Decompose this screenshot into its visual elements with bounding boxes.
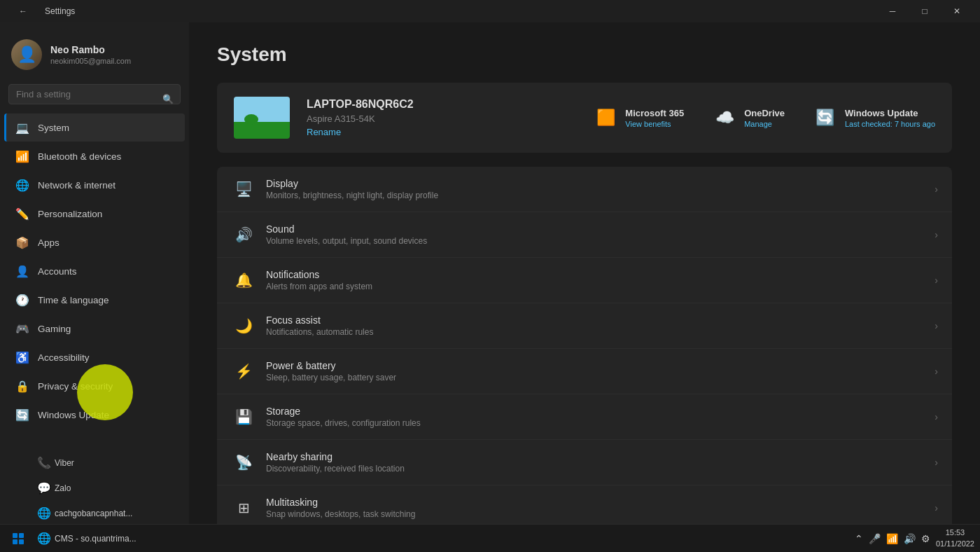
device-image	[234, 97, 290, 139]
sidebar-item-personalization[interactable]: ✏️ Personalization	[4, 200, 185, 228]
gaming-nav-icon: 🎮	[15, 322, 29, 336]
start-button[interactable]	[6, 526, 31, 551]
user-profile[interactable]: 👤 Neo Rambo neokim005@gmail.com	[0, 28, 189, 84]
apps-nav-icon: 📦	[15, 235, 29, 249]
accounts-nav-label: Accounts	[38, 266, 77, 277]
taskbar-time: 15:53	[936, 527, 974, 538]
storage-title: Storage	[266, 406, 934, 417]
settings-gear-icon[interactable]: ⚙	[920, 532, 932, 546]
microsoft365-sub[interactable]: View benefits	[625, 120, 684, 128]
sidebar-item-bluetooth[interactable]: 📶 Bluetooth & devices	[4, 142, 185, 170]
settings-item-sound[interactable]: 🔊 Sound Volume levels, output, input, so…	[217, 212, 952, 258]
windowsupdate-nav-label: Windows Update	[38, 410, 109, 420]
microsoft365-icon: 🟧	[593, 105, 618, 130]
network-icon[interactable]: 📶	[885, 532, 899, 546]
onedrive-icon: ☁️	[712, 105, 737, 130]
display-icon: 🖥️	[231, 177, 256, 202]
settings-item-focus[interactable]: 🌙 Focus assist Notifications, automatic …	[217, 303, 952, 349]
microsoft365-title: Microsoft 365	[625, 108, 684, 118]
avatar: 👤	[11, 39, 42, 70]
device-link-windowsupdate[interactable]: 🔄 Windows Update Last checked: 7 hours a…	[813, 105, 935, 130]
sidebar-item-accessibility[interactable]: ♿ Accessibility	[4, 343, 185, 371]
settings-item-nearby[interactable]: 📡 Nearby sharing Discoverability, receiv…	[217, 440, 952, 485]
sidebar-item-system[interactable]: 💻 System	[4, 113, 185, 142]
zalo-taskbar-label: Zalo	[55, 483, 71, 493]
windowsupdate-info: Windows Update Last checked: 7 hours ago	[845, 108, 935, 128]
chrome2-taskbar-label: CMS - so.quantrima...	[55, 534, 136, 544]
focus-content: Focus assist Notifications, automatic ru…	[266, 315, 934, 337]
bluetooth-nav-label: Bluetooth & devices	[38, 151, 121, 162]
nearby-desc: Discoverability, received files location	[266, 464, 934, 474]
notifications-icon: 🔔	[231, 268, 256, 293]
power-icon: ⚡	[231, 359, 256, 384]
minimize-button[interactable]: ─	[876, 0, 909, 22]
focus-title: Focus assist	[266, 315, 934, 326]
storage-icon: 💾	[231, 404, 256, 429]
sidebar: 👤 Neo Rambo neokim005@gmail.com 🔍 💻 Syst…	[0, 22, 189, 524]
taskbar-clock[interactable]: 15:53 01/11/2022	[936, 527, 974, 549]
storage-chevron-icon: ›	[934, 411, 938, 422]
multitasking-title: Multitasking	[266, 497, 934, 508]
user-name: Neo Rambo	[50, 44, 131, 55]
settings-item-notifications[interactable]: 🔔 Notifications Alerts from apps and sys…	[217, 258, 952, 303]
device-link-microsoft365[interactable]: 🟧 Microsoft 365 View benefits	[593, 105, 684, 130]
back-button[interactable]: ←	[7, 0, 39, 22]
taskbar-date: 01/11/2022	[936, 539, 974, 549]
chrome2-taskbar-icon: 🌐	[38, 532, 50, 545]
personalization-nav-icon: ✏️	[15, 207, 29, 221]
settings-item-multitasking[interactable]: ⊞ Multitasking Snap windows, desktops, t…	[217, 485, 952, 524]
display-chevron-icon: ›	[934, 184, 938, 195]
windowsupdate-sub[interactable]: Last checked: 7 hours ago	[845, 120, 935, 128]
taskbar-app-zalo[interactable]: 💬 Zalo	[32, 476, 142, 501]
taskbar-app-viber[interactable]: 📞 Viber	[32, 450, 142, 476]
apps-nav-label: Apps	[38, 237, 59, 248]
nearby-icon: 📡	[231, 450, 256, 475]
onedrive-title: OneDrive	[744, 108, 785, 118]
settings-item-storage[interactable]: 💾 Storage Storage space, drives, configu…	[217, 394, 952, 440]
bluetooth-nav-icon: 📶	[15, 149, 29, 163]
maximize-button[interactable]: □	[909, 0, 941, 22]
sidebar-item-time[interactable]: 🕐 Time & language	[4, 286, 185, 314]
close-button[interactable]: ✕	[941, 0, 973, 22]
onedrive-sub[interactable]: Manage	[744, 120, 785, 128]
personalization-nav-label: Personalization	[38, 209, 102, 219]
multitasking-desc: Snap windows, desktops, task switching	[266, 509, 934, 519]
sidebar-item-accounts[interactable]: 👤 Accounts	[4, 257, 185, 285]
device-rename-link[interactable]: Rename	[307, 127, 576, 137]
nearby-title: Nearby sharing	[266, 451, 934, 462]
privacy-nav-label: Privacy & security	[38, 381, 113, 392]
nav-list: 💻 System 📶 Bluetooth & devices 🌐 Network…	[0, 113, 189, 429]
sidebar-item-privacy[interactable]: 🔒 Privacy & security	[4, 372, 185, 400]
network-nav-label: Network & internet	[38, 180, 115, 191]
system-nav-label: System	[38, 123, 69, 133]
focus-desc: Notifications, automatic rules	[266, 327, 934, 337]
settings-item-power[interactable]: ⚡ Power & battery Sleep, battery usage, …	[217, 349, 952, 394]
title-bar: ← Settings ─ □ ✕	[0, 0, 980, 22]
volume-icon[interactable]: 🔊	[902, 532, 917, 546]
sidebar-item-gaming[interactable]: 🎮 Gaming	[4, 315, 185, 343]
display-title: Display	[266, 178, 934, 189]
taskbar-app-chrome2[interactable]: 🌐 CMS - so.quantrima...	[32, 526, 142, 551]
onedrive-info: OneDrive Manage	[744, 108, 785, 128]
app-body: 👤 Neo Rambo neokim005@gmail.com 🔍 💻 Syst…	[0, 22, 980, 524]
search-input[interactable]	[8, 84, 181, 104]
sidebar-item-apps[interactable]: 📦 Apps	[4, 228, 185, 256]
display-content: Display Monitors, brightness, night ligh…	[266, 178, 934, 200]
power-chevron-icon: ›	[934, 366, 938, 377]
multitasking-content: Multitasking Snap windows, desktops, tas…	[266, 497, 934, 519]
device-links: 🟧 Microsoft 365 View benefits ☁️ OneDriv…	[593, 105, 935, 130]
notifications-title: Notifications	[266, 269, 934, 280]
windowsupdate-nav-icon: 🔄	[15, 408, 29, 422]
tray-chevron-icon[interactable]: ⌃	[853, 532, 864, 546]
user-email: neokim005@gmail.com	[50, 57, 131, 65]
notifications-content: Notifications Alerts from apps and syste…	[266, 269, 934, 291]
taskbar-app-chrome1[interactable]: 🌐 cachgobancapnhat...	[32, 501, 142, 526]
zalo-taskbar-icon: 💬	[38, 482, 50, 495]
device-link-onedrive[interactable]: ☁️ OneDrive Manage	[712, 105, 785, 130]
taskbar-apps: 📞 Viber 💬 Zalo 🌐 cachgobancapnhat... 🌐 C…	[32, 450, 142, 553]
sidebar-item-windowsupdate[interactable]: 🔄 Windows Update	[4, 401, 185, 429]
gaming-nav-label: Gaming	[38, 324, 71, 334]
sidebar-item-network[interactable]: 🌐 Network & internet	[4, 171, 185, 199]
user-info: Neo Rambo neokim005@gmail.com	[50, 44, 131, 65]
settings-item-display[interactable]: 🖥️ Display Monitors, brightness, night l…	[217, 167, 952, 212]
